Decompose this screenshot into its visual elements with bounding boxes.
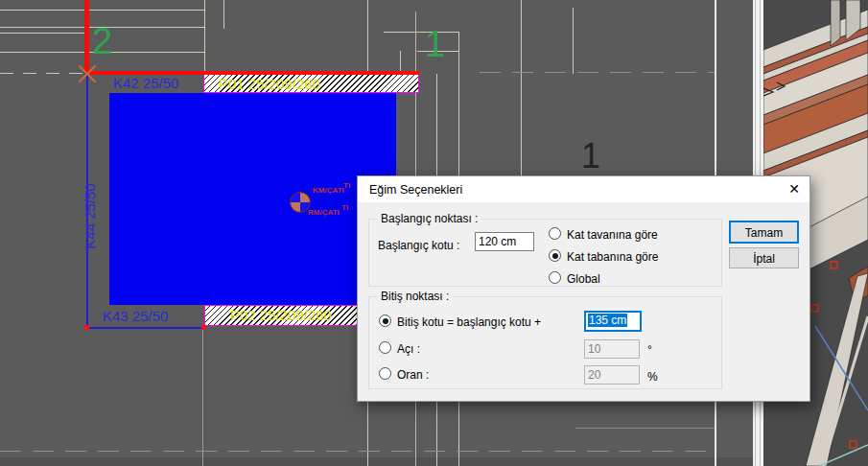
radio-kat-tabanina[interactable] — [549, 249, 561, 262]
start-point-group: Başlangıç noktası : Başlangıç kotu : 120… — [368, 219, 722, 287]
beam-label-k43: K43 25/50 — [103, 308, 168, 324]
watermark-text-fragment: TI — [341, 203, 348, 212]
aci-unit-label: ° — [647, 343, 652, 357]
aci-input[interactable]: 10 — [584, 339, 640, 359]
snap-cross-marker — [76, 62, 99, 85]
slab-label-p01: P01 25/209/260 — [219, 76, 320, 92]
selected-text: 135 cm — [588, 314, 627, 327]
watermark-text-fragment: TI — [343, 181, 350, 190]
statusbar-edge — [0, 457, 753, 466]
wall-line — [223, 0, 224, 29]
grid-line — [202, 326, 203, 466]
dialog-titlebar[interactable]: Eğim Seçenekleri ✕ — [358, 176, 809, 202]
oran-unit-label: % — [647, 370, 658, 384]
radio-oran[interactable] — [379, 367, 391, 380]
radio-kat-tavanina-label[interactable]: Kat tavanına göre — [567, 228, 658, 242]
beam-label-k42: K42 25/50 — [113, 75, 178, 91]
wall-line — [575, 428, 715, 429]
watermark-text: RM/ÇATI — [308, 208, 340, 217]
radio-oran-label[interactable]: Oran : — [397, 368, 429, 382]
radio-global[interactable] — [549, 271, 561, 284]
beam-label-k44: K44 25/50 — [82, 174, 98, 260]
axis-dashed-line — [0, 73, 84, 74]
start-kotu-input[interactable]: 120 cm — [475, 232, 534, 251]
axis-dashed-line — [0, 451, 715, 452]
oran-input[interactable]: 20 — [584, 365, 640, 384]
dialog-title: Eğim Seçenekleri — [369, 183, 462, 197]
slab-label-p02: P02 25/209/260 — [230, 307, 332, 323]
axis-number-1: 1 — [425, 24, 445, 65]
wall-line — [521, 0, 522, 175]
radio-kat-tabanina-label[interactable]: Kat tabanına göre — [567, 250, 658, 264]
app-window: K42 25/50 K44 25/50 K43 25/50 P01 25/209… — [0, 0, 868, 466]
slope-options-dialog: Eğim Seçenekleri ✕ Başlangıç noktası : B… — [357, 175, 810, 402]
watermark-text: KM/ÇATI — [313, 186, 344, 195]
radio-aci[interactable] — [379, 341, 391, 354]
axis-number-2: 2 — [92, 21, 112, 62]
radio-bitis-kotu-label[interactable]: Bitiş kotu = başlangıç kotu + — [397, 315, 541, 329]
radio-kat-tavanina[interactable] — [549, 227, 561, 240]
dimension-endpoint — [201, 325, 206, 330]
floor-number-1: 1 — [581, 136, 600, 176]
ok-button[interactable]: Tamam — [729, 221, 799, 244]
bitis-kotu-input[interactable]: 135 cm — [584, 311, 642, 332]
end-point-group: Bitiş noktası : Bitiş kotu = başlangıç k… — [368, 296, 722, 389]
roof-slab[interactable] — [109, 93, 396, 305]
axis-dashed-line — [480, 72, 715, 73]
wall-line — [384, 32, 458, 33]
dimension-endpoint — [84, 325, 89, 330]
radio-global-label[interactable]: Global — [567, 272, 600, 286]
end-point-group-label: Bitiş noktası : — [377, 290, 453, 303]
wall-line — [573, 8, 574, 74]
cancel-button[interactable]: İptal — [729, 247, 799, 268]
dimension-line-horizontal — [86, 327, 204, 329]
wall-line — [0, 10, 204, 11]
wall-line — [0, 33, 88, 34]
radio-bitis-kotu[interactable] — [379, 315, 391, 327]
radio-aci-label[interactable]: Açı : — [397, 342, 420, 356]
close-icon[interactable]: ✕ — [784, 180, 805, 198]
start-point-group-label: Başlangıç noktası : — [377, 212, 481, 225]
start-kotu-label: Başlangıç kotu : — [378, 239, 459, 252]
